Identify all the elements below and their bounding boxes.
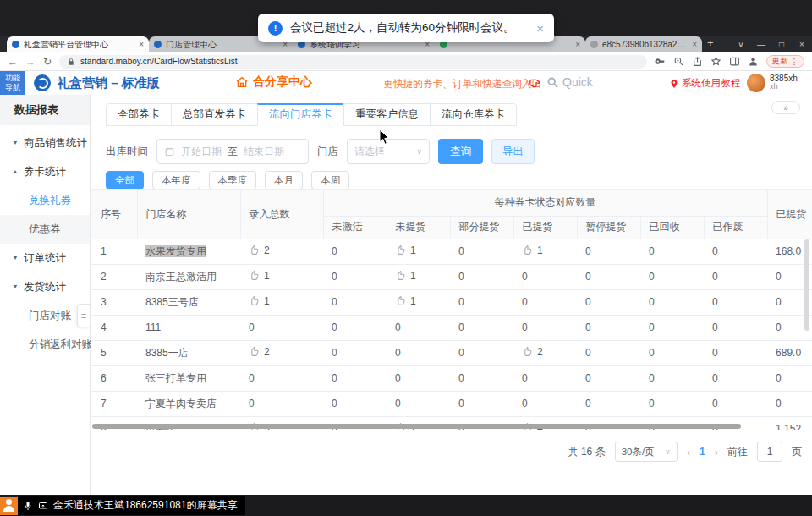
card-count-link[interactable]: 2 [249, 244, 270, 256]
tab-流向门店券卡[interactable]: 流向门店券卡 [257, 103, 344, 126]
cell-count: 0 [704, 289, 767, 315]
current-page[interactable]: 1 [700, 446, 705, 458]
browser-tab[interactable]: 礼盒营销平台管理中心 × [7, 36, 149, 52]
cell-count: 0 [640, 264, 704, 289]
quick-filter-本月[interactable]: 本月 [265, 171, 303, 189]
minimize-icon[interactable]: — [751, 40, 771, 49]
update-label: 更新 [772, 56, 788, 67]
cell-count: 0 [323, 365, 387, 391]
zoom-icon[interactable] [673, 56, 684, 67]
close-icon[interactable]: × [536, 21, 544, 36]
next-page-icon[interactable]: › [715, 446, 718, 458]
cell-store: 宁夏羊肉专卖店 [137, 391, 240, 416]
card-count-link[interactable]: 1 [249, 270, 270, 282]
horizontal-scrollbar[interactable] [92, 424, 741, 429]
tab-close-icon[interactable]: × [575, 40, 580, 49]
tab-search-icon[interactable]: ∨ [731, 40, 751, 49]
tab-title: 礼盒营销平台管理中心 [24, 39, 134, 51]
card-count-link[interactable]: 1 [249, 295, 270, 307]
cell-count: 0 [323, 340, 387, 365]
nav-badge-line1: 功能 [5, 74, 20, 83]
new-tab-button[interactable]: + [707, 36, 714, 49]
sidebar-item-label: 订单统计 [24, 244, 66, 272]
key-icon[interactable] [655, 56, 666, 67]
forward-icon[interactable]: → [25, 57, 36, 67]
cell-store: 8385三号店 [137, 289, 240, 315]
goto-page-input[interactable]: 1 [757, 442, 782, 462]
card-count-link[interactable]: 1 [395, 295, 416, 307]
cell-count: 0 [577, 289, 640, 315]
export-button[interactable]: 导出 [491, 139, 535, 164]
prev-page-icon[interactable]: ‹ [687, 446, 690, 458]
tab-全部券卡[interactable]: 全部券卡 [106, 103, 172, 126]
search-button[interactable]: 查询 [438, 139, 483, 164]
sidebar-item-券卡统计[interactable]: ▴券卡统计 [0, 157, 90, 186]
cell-seq: 3 [91, 289, 137, 315]
tab-favicon-icon [590, 41, 598, 48]
cell-count: 0 [577, 315, 640, 340]
maximize-icon[interactable]: □ [771, 40, 792, 49]
store-select-placeholder: 请选择 [354, 145, 385, 159]
bookmark-star-icon[interactable] [710, 56, 721, 67]
function-nav-badge[interactable]: 功能 导航 [0, 71, 25, 95]
sidebar-item-优惠券[interactable]: 优惠券 [0, 215, 90, 244]
cell-count: 0 [450, 264, 513, 289]
cell-store: 111 [137, 315, 240, 340]
cell-count: 2 [240, 340, 323, 365]
quick-search[interactable]: Quick [546, 75, 593, 89]
count-value: 1 [264, 295, 270, 307]
cell-count: 0 [640, 289, 704, 315]
card-count-link[interactable]: 2 [249, 346, 270, 358]
tab-重要客户信息[interactable]: 重要客户信息 [343, 103, 431, 126]
sidebar-item-label: 商品销售统计 [24, 129, 87, 157]
sidebar-item-发货统计[interactable]: ▾发货统计 [0, 272, 90, 301]
tab-close-icon[interactable]: × [139, 40, 144, 49]
meeting-app-icon[interactable] [0, 497, 18, 515]
store-name: 8385三号店 [145, 296, 199, 308]
sidebar-item-订单统计[interactable]: ▾订单统计 [0, 244, 90, 272]
count-value: 1 [410, 270, 416, 282]
tab-总部直发券卡[interactable]: 总部直发券卡 [171, 103, 258, 126]
back-icon[interactable]: ← [8, 57, 18, 67]
close-icon[interactable]: × [792, 40, 812, 49]
user-avatar[interactable] [747, 74, 765, 92]
card-count-link[interactable]: 1 [522, 244, 543, 256]
tutorial-link[interactable]: 系统使用教程 [669, 77, 740, 90]
pointer-hand-icon [249, 270, 260, 281]
expand-button[interactable]: » [771, 101, 800, 114]
mouse-cursor [379, 129, 390, 145]
quick-filter-本年度[interactable]: 本年度 [152, 171, 200, 189]
tab-close-icon[interactable]: × [692, 40, 697, 49]
date-range-input[interactable]: 开始日期 至 结束日期 [156, 139, 309, 164]
quick-filter-本周[interactable]: 本周 [311, 171, 349, 189]
share-center-link[interactable]: 合分享中心 [235, 74, 312, 90]
page-size-select[interactable]: 30条/页 ∨ [615, 442, 678, 462]
user-info: 8385xh xh [770, 74, 798, 91]
vertical-scrollbar[interactable] [804, 239, 809, 331]
reload-icon[interactable]: ↻ [43, 57, 52, 67]
card-count-link[interactable]: 1 [395, 270, 416, 282]
quick-filter-本季度[interactable]: 本季度 [209, 171, 257, 189]
sidebar-item-商品销售统计[interactable]: ▾商品销售统计 [0, 129, 90, 157]
cell-count: 0 [387, 391, 450, 416]
card-count-link[interactable]: 1 [395, 244, 416, 256]
side-panel-icon[interactable] [729, 56, 740, 67]
sidebar-item-兑换礼券[interactable]: 兑换礼券 [0, 186, 90, 215]
col-amount: 已提货 [767, 190, 812, 239]
share-icon[interactable] [692, 56, 703, 67]
browser-tab[interactable]: e8c573980b1328a258fd2e6f8 × [585, 36, 702, 52]
profile-icon[interactable] [748, 56, 759, 67]
cell-seq: 1 [91, 239, 137, 264]
sidebar-item-分销返利对账[interactable]: 分销返利对账 [0, 330, 90, 359]
quick-filter-全部[interactable]: 全部 [106, 171, 144, 189]
cell-count: 0 [240, 365, 323, 391]
col-group-status: 每种券卡状态对应数量 [323, 190, 767, 216]
card-count-link[interactable]: 2 [522, 346, 543, 358]
total-count: 共 16 条 [568, 445, 606, 459]
address-bar[interactable]: standard.maboy.cn/CardFlowStatisticsList [59, 55, 646, 69]
sidebar-collapse-handle[interactable]: ≡ [77, 304, 91, 327]
chrome-update-button[interactable]: 更新 ⋮ [766, 55, 805, 68]
cell-count: 0 [387, 340, 450, 365]
end-date-placeholder: 结束日期 [244, 145, 284, 159]
tab-流向仓库券卡[interactable]: 流向仓库券卡 [430, 103, 517, 126]
